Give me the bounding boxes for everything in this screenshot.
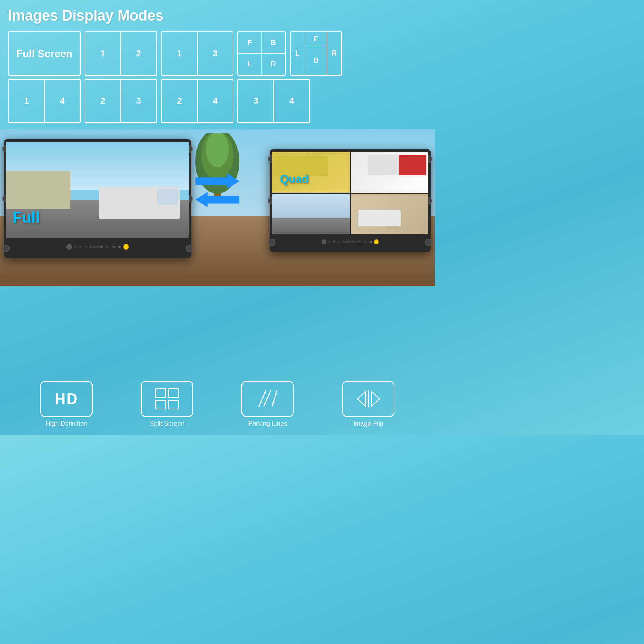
fblr-b: B <box>262 32 285 54</box>
mode-fblr-grid[interactable]: F B L R <box>237 31 286 76</box>
split-1-2-left: 1 <box>85 32 121 75</box>
mode-arrows <box>195 173 239 207</box>
mode-split-2-4[interactable]: 2 4 <box>161 79 233 123</box>
right-monitor-knob-br <box>425 239 432 246</box>
right-ctrl-power <box>322 239 326 244</box>
ctrl-labels: ▽- M △+ MONITOR OK CH ▣ <box>74 245 121 248</box>
split-cell-4 <box>168 400 179 410</box>
split-2-3-left: 2 <box>85 80 121 122</box>
monitor-left: Full ▽- M △+ MONITOR OK CH ▣ <box>4 139 191 258</box>
arrow-left-icon <box>195 192 239 207</box>
split-grid-icon <box>155 388 179 409</box>
svg-marker-9 <box>372 392 380 406</box>
right-monitor-controls: ▽- M △+ MONITOR OK CH ▣ <box>272 234 428 250</box>
mode-split-1-2[interactable]: 1 2 <box>85 31 157 76</box>
feature-parking: Parking Lines <box>242 381 294 427</box>
middle-section: Full ▽- M △+ MONITOR OK CH ▣ <box>0 129 435 286</box>
feature-flip: Image Flip <box>342 381 394 427</box>
flip-icon-box <box>342 381 394 417</box>
split-cell-2 <box>168 388 179 398</box>
fblr-l: L <box>238 54 262 75</box>
quad-cell-4 <box>351 194 428 235</box>
mode-full-screen[interactable]: Full Screen <box>8 31 80 76</box>
split-1-4-left: 1 <box>9 80 45 122</box>
split-cell-1 <box>155 388 166 398</box>
mode-split-2-3[interactable]: 2 3 <box>85 79 157 123</box>
bottom-features: HD High Definition Split Screen Parking … <box>0 381 435 427</box>
lfr-f: F <box>305 32 327 46</box>
split-2-3-right: 3 <box>121 80 156 122</box>
flip-label: Image Flip <box>353 420 384 427</box>
split-3-4-right: 4 <box>274 80 309 122</box>
quad-van <box>358 210 401 226</box>
screen-truck <box>99 187 180 219</box>
split-label: Split Screen <box>150 420 184 427</box>
svg-marker-7 <box>357 392 365 406</box>
mode-split-1-4[interactable]: 1 4 <box>8 79 80 123</box>
ctrl-power <box>66 244 72 250</box>
svg-line-6 <box>272 390 277 407</box>
quad-cell-3 <box>272 194 350 235</box>
hd-icon-box: HD <box>40 381 93 417</box>
mode-lfr-grid[interactable]: L F R B <box>290 31 342 76</box>
right-monitor-label: Quad <box>280 173 309 186</box>
monitor-right: Quad ▽- M △+ MONITOR OK CH ▣ <box>270 149 431 252</box>
left-monitor-label: Full <box>12 209 40 226</box>
mode-split-1-3[interactable]: 1 3 <box>161 31 233 76</box>
page-title: Images Display Modes <box>8 7 427 24</box>
right-monitor-knob-bl <box>268 239 275 246</box>
hd-label: High Definition <box>45 420 87 427</box>
mode-split-3-4[interactable]: 3 4 <box>237 79 310 123</box>
truck-cabin <box>157 189 178 205</box>
left-monitor-screen: Full <box>6 142 189 238</box>
left-monitor-knob-bot <box>2 245 10 252</box>
lfr-r: R <box>327 32 341 75</box>
fblr-r: R <box>262 54 285 75</box>
parking-label: Parking Lines <box>248 420 287 427</box>
split-2-4-right: 4 <box>198 80 233 122</box>
quad-truck-2-red <box>399 155 426 175</box>
parking-lines-icon <box>255 388 281 409</box>
top-section: Images Display Modes Full Screen 1 2 1 3… <box>0 0 435 127</box>
split-2-4-left: 2 <box>162 80 198 122</box>
left-monitor-controls: ▽- M △+ MONITOR OK CH ▣ <box>6 238 189 255</box>
lfr-l: L <box>291 32 305 75</box>
split-icon-box <box>141 381 193 417</box>
split-1-3-right: 3 <box>198 32 233 75</box>
feature-split: Split Screen <box>141 381 193 427</box>
right-ctrl-labels: ▽- M △+ MONITOR OK CH ▣ <box>328 240 372 244</box>
split-1-3-left: 1 <box>162 32 198 75</box>
split-cell-3 <box>155 400 166 410</box>
quad-cell-2 <box>351 152 428 193</box>
split-3-4-left: 3 <box>238 80 274 122</box>
image-flip-icon <box>355 388 382 409</box>
arrow-right-icon <box>195 173 239 189</box>
mode-full-label: Full Screen <box>16 47 72 60</box>
quad-cell-1 <box>272 152 350 193</box>
feature-hd: HD High Definition <box>40 381 93 427</box>
split-1-2-right: 2 <box>121 32 156 75</box>
screen-wall <box>6 171 70 209</box>
lfr-b: B <box>305 46 327 75</box>
fblr-f: F <box>238 32 262 54</box>
ctrl-indicator <box>123 244 129 250</box>
hd-icon-text: HD <box>55 390 78 408</box>
split-1-4-right: 4 <box>45 80 80 122</box>
quad-road <box>272 218 350 234</box>
right-monitor-screen <box>272 152 428 234</box>
modes-row-2: 1 4 2 3 2 4 3 4 <box>8 79 427 123</box>
modes-row-1: Full Screen 1 2 1 3 F B L R L F R B <box>8 31 427 76</box>
right-ctrl-indicator <box>374 239 379 244</box>
parking-icon-box <box>242 381 294 417</box>
left-monitor-knob-bot-r <box>186 245 193 252</box>
